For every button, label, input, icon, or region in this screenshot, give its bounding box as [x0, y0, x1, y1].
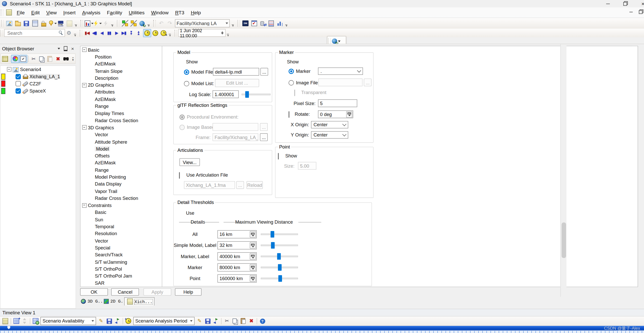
panel-menu-button[interactable] [55, 45, 62, 52]
timeline-copy-button[interactable] [231, 317, 239, 325]
props-tree-item[interactable]: Model Pointing [80, 174, 162, 181]
menu-analysis[interactable]: Analysis [79, 8, 104, 17]
window-restore-button[interactable] [619, 0, 631, 7]
ok-button[interactable]: OK [80, 288, 108, 296]
props-item-label[interactable]: Range [95, 168, 109, 173]
slider-thumb[interactable] [245, 91, 249, 98]
expander-minus-icon[interactable] [82, 83, 87, 87]
menubar-grip[interactable] [1, 9, 3, 16]
object-label[interactable]: Xichang_LA_1 [29, 74, 60, 79]
props-item-label[interactable]: Basic [95, 210, 106, 215]
props-tree-item[interactable]: Range [80, 166, 162, 174]
lightning-button[interactable] [93, 19, 101, 27]
threshold-value-field[interactable]: 32 km [217, 241, 257, 249]
expander-minus-icon[interactable] [82, 48, 87, 52]
x-origin-select[interactable]: Center [311, 121, 348, 129]
grip-handle[interactable] [1, 20, 4, 27]
grip-handle[interactable] [80, 30, 82, 36]
props-tree-item[interactable]: Data Display [80, 181, 162, 188]
realtime-clock-button[interactable] [143, 29, 151, 37]
props-tree-item[interactable]: Offsets [80, 152, 162, 159]
help-button[interactable]: Help [175, 288, 202, 296]
object-tree-row[interactable]: Xichang_LA_1 [1, 73, 76, 80]
props-tree-item[interactable]: Temporal [80, 223, 162, 230]
props-item-label[interactable]: Vector [95, 238, 108, 243]
analysis-period-select[interactable]: Scenario Analysis Period [133, 317, 195, 325]
units-button[interactable] [250, 242, 256, 249]
props-item-label[interactable]: Vapor Trail [95, 189, 117, 194]
props-item-label[interactable]: SAR [95, 281, 104, 285]
threshold-slider[interactable] [261, 242, 298, 249]
model-list-radio[interactable] [184, 81, 189, 86]
props-item-label[interactable]: Temporal [95, 224, 114, 229]
units-button[interactable] [346, 111, 352, 118]
toolbar-overflow-button[interactable]: »▾ [71, 56, 75, 61]
props-tree-item[interactable]: Vector [80, 237, 162, 244]
report-grid-button[interactable] [31, 19, 39, 27]
marker-image-file-radio[interactable] [289, 80, 294, 86]
props-item-label[interactable]: Data Display [95, 182, 121, 187]
find-binoculars-button[interactable] [62, 55, 70, 63]
props-item-label[interactable]: Basic [88, 47, 99, 52]
color-swatch[interactable] [1, 81, 5, 87]
props-tree-item[interactable]: Display Times [80, 110, 162, 117]
menu-utilities[interactable]: Utilities [125, 8, 148, 17]
use-articulation-file-checkbox[interactable] [179, 172, 180, 179]
search-input[interactable] [7, 30, 58, 36]
units-button[interactable] [250, 253, 256, 260]
props-item-label[interactable]: Display Times [95, 111, 124, 116]
menu-file[interactable]: File [14, 8, 28, 17]
toolbar-overflow-button[interactable] [110, 19, 114, 27]
slider-thumb[interactable] [271, 242, 275, 249]
save-analysis-button[interactable] [204, 317, 212, 325]
toolbar-overflow-button[interactable] [285, 19, 288, 27]
timeline-cut-button[interactable]: ✂ [223, 317, 231, 325]
object-label[interactable]: CZ2F [29, 81, 41, 86]
edit-analysis-button[interactable]: ✎ [195, 317, 204, 325]
animation-time-field[interactable]: 1 Jun 2002 11:00:00 [178, 29, 226, 37]
props-tree-item[interactable]: S/T w/Jamming [80, 258, 162, 266]
transfer-availability-button[interactable] [113, 317, 121, 325]
availability-select[interactable]: Scenario Availability [40, 317, 96, 325]
toolbar-overflow-button[interactable] [73, 29, 77, 37]
props-tree-item[interactable]: Attitude Sphere [80, 138, 162, 145]
props-item-label[interactable]: 2D Graphics [88, 83, 114, 87]
link-nodes-2-button[interactable] [129, 19, 138, 27]
slider-thumb[interactable] [271, 231, 274, 238]
props-tree-item[interactable]: Terrain Slope [80, 67, 162, 75]
search-box[interactable] [4, 29, 65, 37]
timeline-interval-bar[interactable]: CSDN @量子-Alex [0, 326, 644, 330]
object-tree-row[interactable]: SpaceX [1, 87, 76, 95]
grip-handle[interactable] [1, 30, 3, 36]
menu-help[interactable]: Help [188, 8, 204, 17]
new-scenario-button[interactable] [5, 19, 14, 27]
y-origin-select[interactable]: Center [311, 131, 348, 139]
timeline-delete-button[interactable]: ✖ [247, 317, 255, 325]
model-file-radio[interactable] [184, 70, 189, 75]
color-wheel-button[interactable] [11, 55, 19, 63]
save-button[interactable] [22, 19, 31, 27]
props-tree-item[interactable]: AzElMask [80, 96, 162, 103]
color-swatch[interactable] [1, 73, 5, 79]
slider-thumb[interactable] [278, 264, 282, 271]
props-item-label[interactable]: Radar Cross Section [95, 118, 138, 123]
props-item-label[interactable]: Offsets [95, 153, 110, 158]
play-reverse-button[interactable]: ◀ [98, 29, 106, 37]
view-articulations-button[interactable]: View... [179, 158, 200, 166]
visibility-checkbox[interactable] [16, 88, 21, 94]
props-item-label[interactable]: AzElMask [95, 97, 116, 102]
menu-insert[interactable]: Insert [60, 8, 79, 17]
props-tree-item[interactable]: Basic [80, 46, 162, 53]
decrease-step-button[interactable]: ▼ ▼ [127, 29, 135, 37]
rotate-field[interactable]: 0 deg [318, 110, 353, 118]
grip-handle[interactable] [80, 20, 83, 27]
frame-browse-button[interactable]: ... [260, 133, 268, 141]
location-pin-button[interactable] [48, 19, 56, 27]
props-item-label[interactable]: AzElMask [95, 61, 116, 66]
play-forward-button[interactable]: ▶ [113, 29, 120, 37]
save-availability-button[interactable] [105, 317, 113, 325]
cut-button[interactable]: ✂ [29, 55, 38, 63]
globe-sync-button[interactable] [138, 19, 146, 27]
units-button[interactable] [250, 275, 256, 282]
delete-button[interactable]: ✖ [54, 55, 62, 63]
